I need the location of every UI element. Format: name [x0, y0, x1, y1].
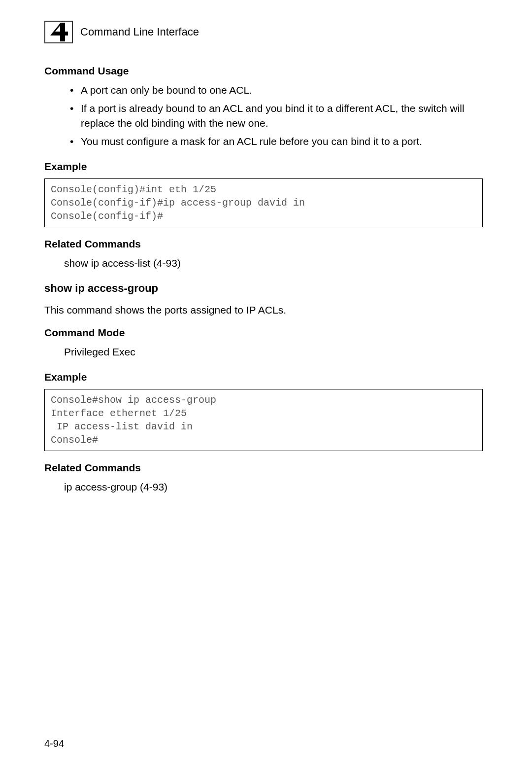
example-heading: Example — [44, 161, 483, 173]
related-commands-text: ip access-group (4-93) — [64, 480, 483, 494]
example-heading: Example — [44, 371, 483, 383]
usage-bullet: A port can only be bound to one ACL. — [70, 83, 483, 97]
usage-bullet: If a port is already bound to an ACL and… — [70, 101, 483, 130]
related-commands-heading: Related Commands — [44, 238, 483, 250]
related-commands-text: show ip access-list (4-93) — [64, 256, 483, 270]
command-mode-heading: Command Mode — [44, 327, 483, 339]
related-commands-heading: Related Commands — [44, 462, 483, 474]
command-usage-list: A port can only be bound to one ACL. If … — [44, 83, 483, 149]
command-description: This command shows the ports assigned to… — [44, 303, 483, 317]
header-title: Command Line Interface — [80, 26, 199, 38]
show-ip-access-group-section: show ip access-group This command shows … — [44, 282, 483, 494]
command-usage-section: Command Usage A port can only be bound t… — [44, 65, 483, 270]
page-number: 4-94 — [44, 738, 64, 749]
command-usage-heading: Command Usage — [44, 65, 483, 77]
page-header: Command Line Interface — [44, 21, 483, 43]
chapter-number-icon — [44, 21, 73, 43]
example-code-block: Console(config)#int eth 1/25 Console(con… — [44, 178, 483, 227]
command-mode-text: Privileged Exec — [64, 345, 483, 359]
command-title: show ip access-group — [44, 282, 483, 295]
example-code-block: Console#show ip access-group Interface e… — [44, 389, 483, 451]
usage-bullet: You must configure a mask for an ACL rul… — [70, 134, 483, 148]
